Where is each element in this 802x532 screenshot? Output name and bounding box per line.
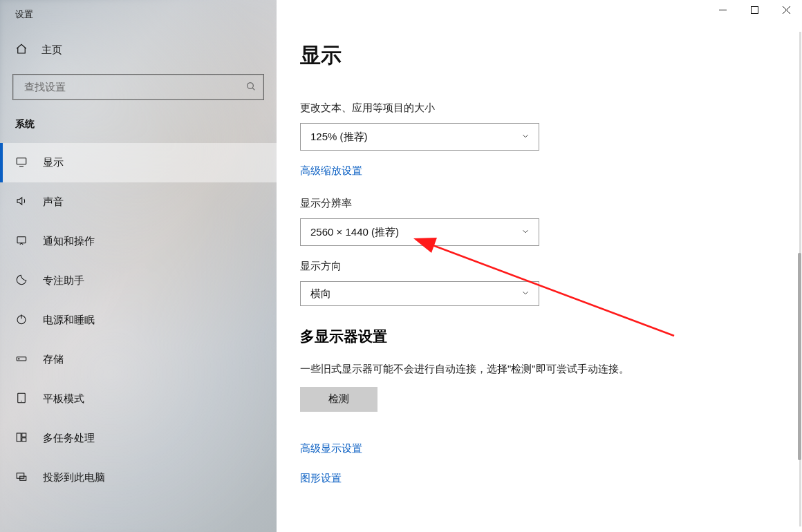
scale-label: 更改文本、应用等项目的大小	[300, 102, 802, 115]
sidebar-item-power[interactable]: 电源和睡眠	[0, 301, 277, 340]
storage-icon	[15, 352, 28, 367]
svg-rect-1	[17, 158, 26, 164]
orientation-label: 显示方向	[300, 260, 802, 273]
close-icon	[783, 4, 790, 17]
scale-dropdown[interactable]: 125% (推荐)	[300, 123, 539, 151]
sidebar-item-label: 声音	[43, 196, 64, 209]
sidebar-home[interactable]: 主页	[0, 35, 277, 66]
sidebar-item-tablet[interactable]: 平板模式	[0, 379, 277, 419]
focus-icon	[15, 274, 28, 288]
sidebar-item-label: 通知和操作	[43, 235, 95, 248]
power-icon	[15, 313, 28, 327]
multitask-icon	[15, 431, 28, 446]
notify-icon	[15, 234, 28, 249]
orientation-value: 横向	[310, 287, 331, 301]
sound-icon	[15, 195, 28, 209]
svg-rect-10	[17, 473, 24, 479]
sidebar-nav: 显示 声音 通知和操作 专注助手	[0, 143, 277, 497]
detect-button[interactable]: 检测	[300, 387, 377, 412]
chevron-down-icon	[521, 227, 530, 238]
window-title: 设置	[0, 0, 277, 35]
svg-rect-2	[17, 237, 26, 243]
resolution-dropdown[interactable]: 2560 × 1440 (推荐)	[300, 218, 539, 246]
sidebar-item-notifications[interactable]: 通知和操作	[0, 222, 277, 261]
multi-display-heading: 多显示器设置	[300, 327, 802, 346]
minimize-icon	[719, 4, 727, 17]
resolution-value: 2560 × 1440 (推荐)	[310, 226, 399, 239]
multi-display-desc: 一些旧式显示器可能不会进行自动连接，选择"检测"即可尝试手动连接。	[300, 361, 729, 377]
scrollbar-thumb[interactable]	[798, 253, 801, 460]
sidebar: 设置 主页 查找设置 系统 显示	[0, 0, 277, 532]
scale-value: 125% (推荐)	[310, 131, 368, 144]
display-icon	[15, 155, 28, 170]
page-title: 显示	[300, 41, 802, 70]
svg-rect-12	[751, 7, 758, 14]
project-icon	[15, 471, 28, 485]
tablet-icon	[15, 392, 28, 406]
sidebar-item-label: 平板模式	[43, 392, 84, 406]
svg-rect-7	[17, 433, 21, 441]
sidebar-item-display[interactable]: 显示	[0, 143, 277, 182]
sidebar-item-label: 电源和睡眠	[43, 314, 95, 327]
sidebar-item-label: 多任务处理	[43, 432, 95, 445]
minimize-button[interactable]	[707, 0, 738, 21]
chevron-down-icon	[521, 131, 530, 143]
sidebar-item-label: 投影到此电脑	[43, 471, 105, 484]
main-content: 显示 更改文本、应用等项目的大小 125% (推荐) 高级缩放设置 显示分辨率 …	[277, 0, 802, 532]
sidebar-category: 系统	[0, 114, 277, 143]
sidebar-home-label: 主页	[41, 44, 62, 57]
titlebar	[707, 0, 802, 28]
svg-rect-8	[22, 433, 26, 437]
sidebar-item-multitask[interactable]: 多任务处理	[0, 419, 277, 458]
advanced-scaling-link[interactable]: 高级缩放设置	[300, 164, 362, 178]
resolution-label: 显示分辨率	[300, 197, 802, 210]
sidebar-item-sound[interactable]: 声音	[0, 182, 277, 222]
home-icon	[15, 43, 28, 57]
sidebar-item-label: 专注助手	[43, 274, 84, 287]
search-icon	[245, 81, 257, 94]
orientation-dropdown[interactable]: 横向	[300, 281, 539, 306]
sidebar-item-label: 存储	[43, 353, 64, 366]
svg-point-0	[248, 82, 254, 88]
sidebar-item-project[interactable]: 投影到此电脑	[0, 458, 277, 497]
svg-rect-9	[22, 438, 26, 441]
sidebar-item-focus[interactable]: 专注助手	[0, 261, 277, 301]
search-input[interactable]: 查找设置	[12, 74, 264, 100]
scrollbar-track[interactable]	[799, 32, 801, 526]
maximize-icon	[751, 4, 758, 17]
advanced-display-link[interactable]: 高级显示设置	[300, 442, 802, 455]
sidebar-item-label: 显示	[43, 156, 64, 169]
search-placeholder: 查找设置	[24, 81, 245, 94]
svg-point-5	[19, 359, 19, 359]
graphics-settings-link[interactable]: 图形设置	[300, 472, 802, 485]
close-button[interactable]	[770, 0, 802, 21]
chevron-down-icon	[521, 288, 530, 300]
sidebar-item-storage[interactable]: 存储	[0, 340, 277, 379]
maximize-button[interactable]	[738, 0, 770, 21]
